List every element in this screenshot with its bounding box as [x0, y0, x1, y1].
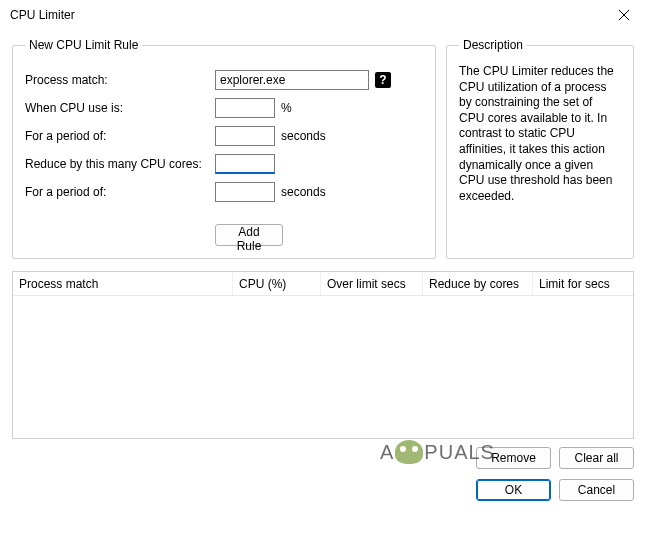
ok-button[interactable]: OK	[476, 479, 551, 501]
add-rule-button[interactable]: Add Rule	[215, 224, 283, 246]
cancel-button[interactable]: Cancel	[559, 479, 634, 501]
remove-button[interactable]: Remove	[476, 447, 551, 469]
dialog-content: New CPU Limit Rule Process match: ? When…	[0, 30, 646, 513]
row-period-2: For a period of: seconds	[25, 182, 423, 202]
description-text: The CPU Limiter reduces the CPU utilizat…	[459, 64, 621, 204]
col-limit-for-secs[interactable]: Limit for secs	[533, 272, 633, 295]
clear-all-button[interactable]: Clear all	[559, 447, 634, 469]
table-body[interactable]	[13, 296, 633, 438]
title-bar: CPU Limiter	[0, 0, 646, 30]
description-legend: Description	[459, 38, 527, 52]
help-icon[interactable]: ?	[375, 72, 391, 88]
row-process-match: Process match: ?	[25, 70, 423, 90]
col-reduce-by-cores[interactable]: Reduce by cores	[423, 272, 533, 295]
col-over-limit-secs[interactable]: Over limit secs	[321, 272, 423, 295]
rules-table: Process match CPU (%) Over limit secs Re…	[12, 271, 634, 439]
dialog-button-row: OK Cancel	[12, 479, 634, 501]
period1-label: For a period of:	[25, 129, 215, 143]
col-cpu-percent[interactable]: CPU (%)	[233, 272, 321, 295]
process-match-label: Process match:	[25, 73, 215, 87]
row-period-1: For a period of: seconds	[25, 126, 423, 146]
window-title: CPU Limiter	[10, 8, 75, 22]
reduce-label: Reduce by this many CPU cores:	[25, 157, 215, 171]
period2-label: For a period of:	[25, 185, 215, 199]
new-rule-group: New CPU Limit Rule Process match: ? When…	[12, 38, 436, 259]
col-process-match[interactable]: Process match	[13, 272, 233, 295]
period2-unit: seconds	[281, 185, 326, 199]
table-header: Process match CPU (%) Over limit secs Re…	[13, 272, 633, 296]
process-match-input[interactable]	[215, 70, 369, 90]
description-group: Description The CPU Limiter reduces the …	[446, 38, 634, 259]
when-cpu-input[interactable]	[215, 98, 275, 118]
when-cpu-unit: %	[281, 101, 292, 115]
row-reduce: Reduce by this many CPU cores:	[25, 154, 423, 174]
close-button[interactable]	[602, 0, 646, 30]
list-button-row: Remove Clear all	[12, 447, 634, 469]
period1-input[interactable]	[215, 126, 275, 146]
new-rule-legend: New CPU Limit Rule	[25, 38, 142, 52]
when-cpu-label: When CPU use is:	[25, 101, 215, 115]
row-when-cpu: When CPU use is: %	[25, 98, 423, 118]
reduce-cores-input[interactable]	[215, 154, 275, 174]
close-icon	[619, 10, 629, 20]
period2-input[interactable]	[215, 182, 275, 202]
period1-unit: seconds	[281, 129, 326, 143]
